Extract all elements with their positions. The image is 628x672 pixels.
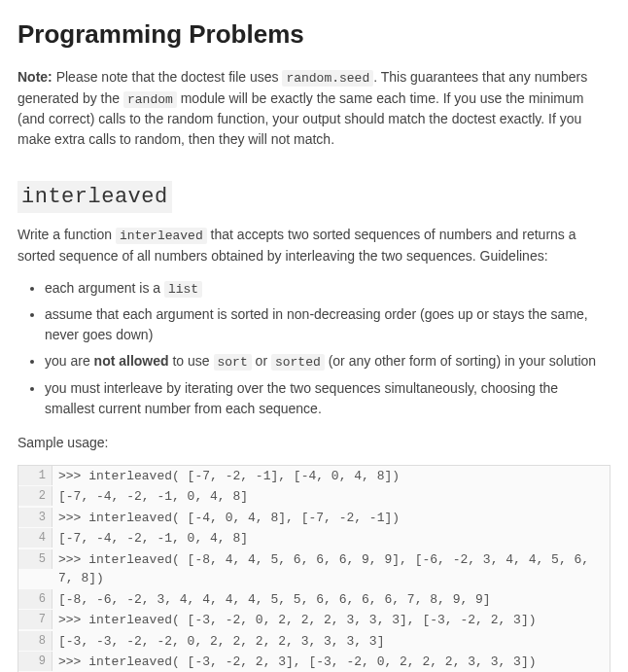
section-heading-interleaved: interleaved: [17, 181, 172, 213]
code-line: [-3, -3, -2, -2, 0, 2, 2, 2, 2, 3, 3, 3,…: [52, 631, 610, 653]
code-interleaved: interleaved: [116, 228, 207, 244]
line-number: 7: [18, 610, 52, 629]
page-title: Programming Problems: [17, 16, 611, 53]
code-sort: sort: [214, 354, 252, 371]
code-line: >>> interleaved( [-3, -2, 2, 3], [-3, -2…: [52, 652, 610, 672]
list-item: assume that each argument is sorted in n…: [45, 304, 611, 345]
intro-paragraph: Write a function interleaved that accept…: [17, 225, 611, 266]
line-number: 5: [18, 549, 52, 569]
line-number: 3: [18, 508, 52, 527]
code-line: >>> interleaved( [-8, 4, 4, 5, 6, 6, 6, …: [52, 549, 610, 589]
code-block: 1>>> interleaved( [-7, -2, -1], [-4, 0, …: [17, 465, 611, 673]
note-label: Note:: [17, 69, 52, 85]
line-number: 6: [18, 589, 52, 609]
line-number: 8: [18, 631, 52, 651]
code-line: >>> interleaved( [-4, 0, 4, 8], [-7, -2,…: [52, 508, 610, 529]
line-number: 2: [18, 486, 52, 506]
code-list: list: [164, 281, 202, 298]
guidelines-list: each argument is a list assume that each…: [17, 278, 611, 419]
list-item: you must interleave by iterating over th…: [45, 378, 611, 419]
note-paragraph: Note: Please note that the doctest file …: [17, 67, 611, 150]
sample-usage-label: Sample usage:: [17, 433, 611, 453]
code-sorted: sorted: [271, 354, 325, 371]
code-line: >>> interleaved( [-3, -2, 0, 2, 2, 2, 3,…: [52, 610, 610, 631]
code-random-seed: random.seed: [282, 70, 373, 87]
line-number: 9: [18, 652, 52, 671]
line-number: 1: [18, 466, 52, 485]
not-allowed-label: not allowed: [94, 353, 169, 369]
code-line: [-7, -4, -2, -1, 0, 4, 8]: [52, 486, 610, 508]
code-random: random: [123, 91, 177, 108]
code-line: >>> interleaved( [-7, -2, -1], [-4, 0, 4…: [52, 466, 610, 487]
code-line: [-7, -4, -2, -1, 0, 4, 8]: [52, 528, 610, 549]
list-item: you are not allowed to use sort or sorte…: [45, 351, 611, 372]
line-number: 4: [18, 528, 52, 548]
list-item: each argument is a list: [45, 278, 611, 300]
code-line: [-8, -6, -2, 3, 4, 4, 4, 4, 5, 5, 6, 6, …: [52, 589, 610, 611]
